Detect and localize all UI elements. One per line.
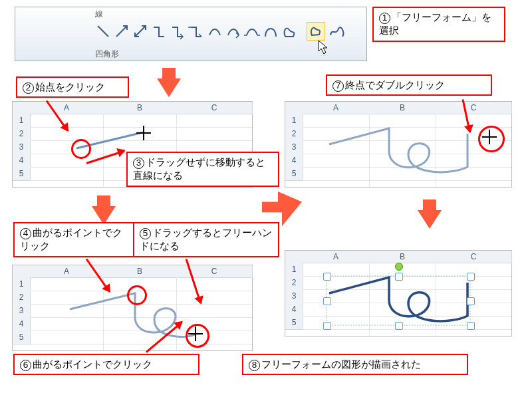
step-num-4: 4 (20, 228, 31, 239)
step-num-8: 8 (249, 360, 260, 371)
selection-handle[interactable] (467, 322, 475, 330)
highlight-circle-bend1 (127, 285, 147, 305)
col-header-a: A (30, 102, 104, 114)
sheet-step4: A B C 1 2 3 4 5 (285, 250, 512, 336)
crosshair-cursor-2 (188, 327, 203, 341)
selection-handle[interactable] (467, 297, 475, 305)
callout-2-text: 始点をクリック (35, 81, 105, 92)
step-num-7: 7 (332, 80, 344, 92)
mouse-cursor-icon (317, 39, 331, 57)
step-num-2: 2 (23, 82, 34, 94)
selection-handle[interactable] (395, 273, 403, 281)
step-num-1: 1 (379, 13, 390, 24)
callout-4: 4曲がるポイントでクリック (13, 222, 138, 257)
scribble-icon[interactable] (328, 23, 348, 39)
callout-6: 6曲がるポイントでクリック (13, 354, 200, 375)
callout-8: 8フリーフォームの図形が描画された (242, 354, 468, 375)
ribbon-line-icons (95, 23, 308, 45)
svg-rect-4 (327, 276, 470, 325)
callout-7: 7終点でダブルクリック (326, 74, 492, 96)
selection-handle[interactable] (323, 297, 331, 305)
callout-4-text: 曲がるポイントでクリック (20, 227, 122, 251)
col-header-c: C (176, 102, 253, 114)
selection-handle[interactable] (323, 273, 331, 281)
callout-3-text: ドラッグせずに移動すると直線になる (133, 156, 265, 181)
selection-handle[interactable] (323, 322, 331, 330)
callout-6-text: 曲がるポイントでクリック (33, 358, 152, 370)
callout-5-text: ドラッグするとフリーハンドになる (140, 227, 272, 251)
callout-8-text: フリーフォームの図形が描画された (261, 358, 421, 370)
crosshair-cursor-1 (136, 126, 151, 140)
selection-handle[interactable] (395, 322, 403, 330)
crosshair-cursor-3 (482, 130, 497, 144)
svg-line-2 (135, 26, 146, 37)
flow-arrow-upright (262, 192, 302, 226)
row-header-4: 4 (13, 154, 31, 168)
ribbon-shapes-panel: 線 四角形 (15, 7, 367, 61)
highlight-circle-start (71, 139, 91, 159)
callout-7-text: 終点でダブルクリック (345, 79, 445, 90)
freeform-tool-button[interactable] (307, 22, 325, 41)
flow-arrow-down-1 (157, 78, 181, 97)
sheet-step3: A B C 1 2 3 4 5 (285, 101, 512, 188)
flow-arrow-down-3 (418, 210, 442, 229)
step-num-6: 6 (20, 360, 31, 371)
ribbon-group-rect-label: 四角形 (95, 49, 119, 60)
row-header-1: 1 (13, 114, 31, 128)
row-header-2: 2 (13, 127, 31, 141)
rotation-handle[interactable] (395, 263, 403, 271)
svg-line-0 (98, 26, 108, 37)
callout-2: 2始点をクリック (16, 76, 129, 98)
step-num-5: 5 (140, 228, 151, 239)
callout-1-text: 「フリーフォーム」を選択 (379, 11, 491, 36)
drawn-line-3 (303, 114, 511, 187)
selection-handle[interactable] (467, 273, 475, 281)
svg-line-1 (116, 26, 127, 37)
callout-3: 3ドラッグせずに移動すると直線になる (126, 152, 279, 187)
ribbon-group-lines-label: 線 (95, 9, 103, 20)
drawn-shape-selected[interactable] (303, 263, 511, 336)
step-num-3: 3 (133, 158, 144, 169)
row-header-5: 5 (13, 167, 31, 181)
row-header-3: 3 (13, 140, 31, 154)
callout-1: 1「フリーフォーム」を選択 (372, 7, 505, 42)
sheet-step2: A B C 1 2 3 4 5 (12, 265, 253, 351)
callout-5: 5ドラッグするとフリーハンドになる (133, 222, 279, 257)
col-header-b: B (103, 102, 177, 114)
